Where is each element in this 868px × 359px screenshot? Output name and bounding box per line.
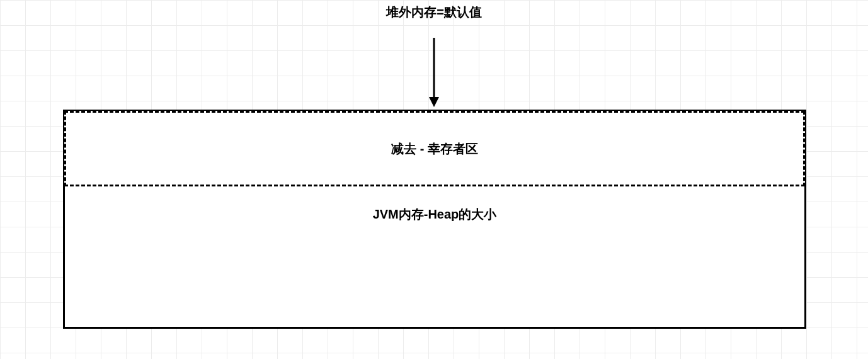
off-heap-label: 堆外内存=默认值 <box>386 4 482 21</box>
heap-size-label: JVM内存-Heap的大小 <box>65 206 804 223</box>
survivor-label: 减去 - 幸存者区 <box>391 140 478 157</box>
arrow-down-icon <box>426 38 442 110</box>
jvm-heap-box: 减去 - 幸存者区 JVM内存-Heap的大小 <box>63 110 806 329</box>
survivor-region-box: 减去 - 幸存者区 <box>64 111 805 186</box>
svg-marker-1 <box>429 97 439 107</box>
diagram-content: 堆外内存=默认值 减去 - 幸存者区 JVM内存-Heap的大小 <box>0 0 868 359</box>
